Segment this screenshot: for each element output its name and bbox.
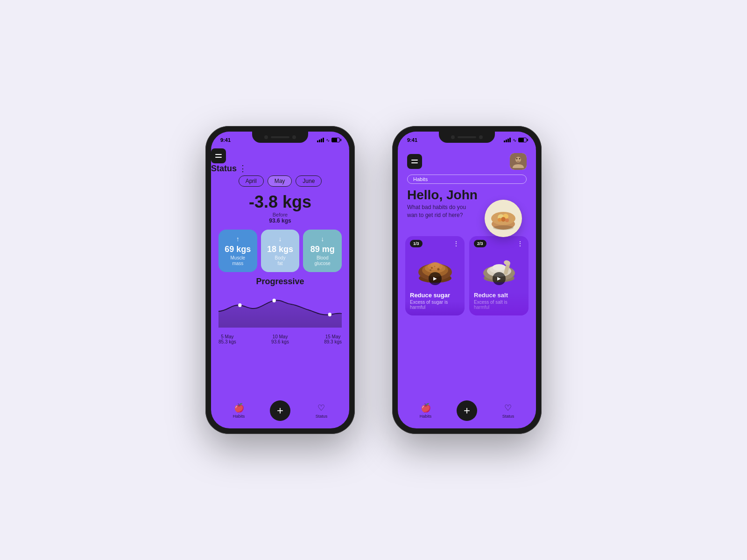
battery-fill <box>332 138 337 142</box>
floating-bowl-image <box>485 200 522 237</box>
nav-status-2[interactable]: ♡ Status <box>502 403 514 419</box>
svg-point-20 <box>437 268 439 271</box>
user-avatar[interactable] <box>510 153 527 170</box>
svg-point-19 <box>431 267 433 269</box>
wifi-icon-2: ∿ <box>513 138 516 143</box>
stat-muscle: ↑ 69 kgs Musclemass <box>218 230 257 272</box>
card-header-sugar: 1/3 ⋮ <box>405 236 465 249</box>
arrow-down-icon-1: ↓ <box>279 235 282 243</box>
svg-point-9 <box>501 217 506 222</box>
app-header-2 <box>398 148 536 173</box>
bar4-2 <box>509 138 511 142</box>
speaker-1 <box>271 136 289 138</box>
card-image-sugar: ▶ <box>405 249 465 289</box>
status-icons-2: ∿ <box>504 138 527 143</box>
svg-point-3 <box>519 158 521 160</box>
bar1 <box>317 140 318 142</box>
status-icons-1: ∿ <box>317 138 340 143</box>
chart-fill-path <box>218 300 342 328</box>
play-button-sugar[interactable]: ▶ <box>429 272 442 285</box>
weight-display: -3.8 kgs Before 93.6 kgs <box>211 190 349 225</box>
time-2: 9:41 <box>407 137 417 143</box>
arrow-up-icon: ↑ <box>236 235 240 243</box>
plus-icon-1: + <box>277 404 283 417</box>
habits-icon-1: 🍎 <box>234 403 244 413</box>
menu-button-2[interactable] <box>407 154 422 169</box>
signal-icon <box>317 138 324 142</box>
nav-status-1[interactable]: ♡ Status <box>316 403 328 419</box>
time-1: 9:41 <box>220 137 231 143</box>
wifi-icon: ∿ <box>326 138 330 143</box>
hamburger-icon-2 <box>411 160 418 163</box>
bottom-nav-2: 🍎 Habits + ♡ Status <box>398 397 536 428</box>
greeting-text: Hello, John <box>398 186 536 203</box>
stat-bodyfat: ↓ 18 kgs Bodyfat <box>261 230 300 272</box>
play-button-salt[interactable]: ▶ <box>493 272 506 285</box>
bar3 <box>321 139 322 142</box>
habits-label-1: Habits <box>233 414 245 419</box>
chart-area <box>218 290 342 332</box>
progressive-section: Progressive <box>211 277 349 346</box>
chart-labels: 5 May 85.3 kgs 10 May 93.6 kgs 15 May 89… <box>218 332 342 346</box>
muscle-label: Musclemass <box>230 255 245 266</box>
hamburger-icon <box>215 154 222 158</box>
status-label-2: Status <box>502 414 514 419</box>
speaker-2 <box>458 136 476 138</box>
glucose-value: 89 mg <box>310 245 335 254</box>
chart-dot-3 <box>328 313 331 316</box>
wave-chart <box>218 290 342 328</box>
tab-may[interactable]: May <box>268 175 292 187</box>
bar3-2 <box>507 139 509 142</box>
bar2 <box>319 140 320 142</box>
sensor-2 <box>479 135 483 139</box>
tab-april[interactable]: April <box>239 175 264 187</box>
habit-card-salt[interactable]: 2/3 ⋮ <box>469 236 529 315</box>
card-header-salt: 2/3 ⋮ <box>469 236 529 249</box>
habits-badge: Habits <box>407 175 527 184</box>
bar1-2 <box>504 140 505 142</box>
bar2-2 <box>506 140 507 142</box>
bottom-nav-1: 🍎 Habits + ♡ Status <box>211 397 349 428</box>
card-count-sugar: 1/3 <box>410 240 423 247</box>
battery-fill-2 <box>519 138 524 142</box>
habits-icon-2: 🍎 <box>421 403 431 413</box>
svg-point-21 <box>434 266 435 267</box>
nav-habits-2[interactable]: 🍎 Habits <box>420 403 432 419</box>
menu-button-1[interactable] <box>211 148 226 163</box>
habit-cards-row: 1/3 ⋮ <box>398 232 536 319</box>
card-gradient-sugar <box>405 301 465 315</box>
chart-dot-1 <box>238 303 241 307</box>
add-button-1[interactable]: + <box>270 400 290 421</box>
signal-icon-2 <box>504 138 511 142</box>
card-options-sugar[interactable]: ⋮ <box>453 240 460 247</box>
battery-icon <box>331 138 340 142</box>
svg-point-2 <box>516 158 518 160</box>
add-button-2[interactable]: + <box>457 400 477 421</box>
nav-habits-1[interactable]: 🍎 Habits <box>233 403 245 419</box>
status-bar-2: 9:41 ∿ <box>398 132 536 148</box>
tab-june[interactable]: June <box>296 175 322 187</box>
bar4 <box>323 138 324 142</box>
status-icon-1: ♡ <box>317 403 325 413</box>
habits-label-2: Habits <box>420 414 432 419</box>
arrow-down-icon-2: ↓ <box>321 235 324 243</box>
weight-change-value: -3.8 kgs <box>211 192 349 212</box>
status-label-1: Status <box>316 414 328 419</box>
svg-point-11 <box>505 218 509 222</box>
battery-icon-2 <box>518 138 527 142</box>
spacer-2 <box>398 319 536 397</box>
glucose-label: Bloodglucose <box>314 255 330 266</box>
habit-card-sugar[interactable]: 1/3 ⋮ <box>405 236 465 315</box>
muscle-value: 69 kgs <box>225 245 251 254</box>
plus-icon-2: + <box>464 404 470 417</box>
card-count-salt: 2/3 <box>474 240 486 247</box>
chart-label-3: 15 May 89.3 kgs <box>324 334 342 344</box>
stat-glucose: ↓ 89 mg Bloodglucose <box>303 230 342 272</box>
chart-dot-2 <box>273 299 276 302</box>
more-options-button-1[interactable]: ⋮ <box>239 164 247 173</box>
card-options-salt[interactable]: ⋮ <box>517 240 524 247</box>
camera-2 <box>451 135 455 139</box>
bowl-svg <box>485 200 522 237</box>
month-tabs: April May June <box>211 174 349 190</box>
card-gradient-salt <box>469 292 529 315</box>
